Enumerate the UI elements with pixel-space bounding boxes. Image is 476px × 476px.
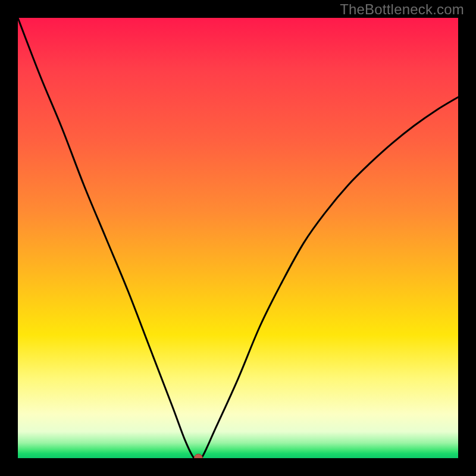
vertex-marker [194,454,202,458]
chart-frame: TheBottleneck.com [0,0,476,476]
plot-area [18,18,458,458]
watermark-text: TheBottleneck.com [340,1,464,18]
curve-line [18,18,458,458]
chart-svg [18,18,458,458]
